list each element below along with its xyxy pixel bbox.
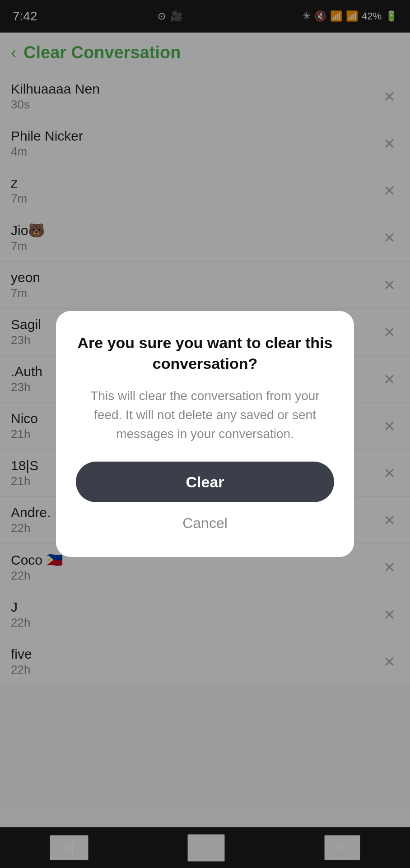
clear-button[interactable]: Clear	[76, 462, 334, 502]
dialog-body: This will clear the conversation from yo…	[76, 387, 334, 443]
dialog-title: Are you sure you want to clear this conv…	[76, 333, 334, 374]
clear-dialog: Are you sure you want to clear this conv…	[56, 311, 354, 557]
cancel-button[interactable]: Cancel	[164, 506, 246, 541]
modal-overlay: Are you sure you want to clear this conv…	[0, 0, 410, 868]
